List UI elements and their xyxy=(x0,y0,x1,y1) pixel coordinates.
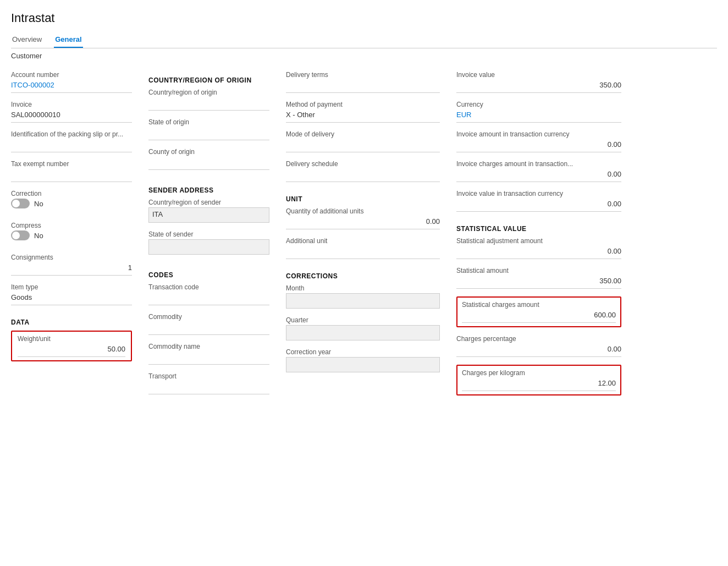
country-region-group: Country/region of origin xyxy=(148,89,269,111)
tab-overview[interactable]: Overview xyxy=(11,32,43,48)
qty-additional-label: Quantity of additional units xyxy=(286,207,440,215)
transaction-code-value[interactable] xyxy=(148,292,269,305)
country-region-header: COUNTRY/REGION OF ORIGIN xyxy=(148,76,269,84)
county-origin-value[interactable] xyxy=(148,157,269,170)
packing-slip-group: Identification of the packing slip or pr… xyxy=(11,130,132,152)
tab-general[interactable]: General xyxy=(54,32,82,48)
compress-toggle[interactable] xyxy=(11,230,30,240)
additional-unit-label: Additional unit xyxy=(286,237,440,245)
commodity-name-value[interactable] xyxy=(148,351,269,365)
payment-method-value: X - Other xyxy=(286,109,440,123)
delivery-mode-group: Mode of delivery xyxy=(286,130,440,152)
packing-slip-value[interactable] xyxy=(11,139,132,152)
delivery-terms-label: Delivery terms xyxy=(286,71,440,79)
charges-pct-group: Charges percentage 0.00 xyxy=(456,335,621,357)
quarter-label: Quarter xyxy=(286,316,440,324)
quarter-value[interactable] xyxy=(286,325,440,340)
page-title: Intrastat xyxy=(11,11,717,25)
stat-amount-group: Statistical amount 350.00 xyxy=(456,267,621,289)
delivery-mode-value[interactable] xyxy=(286,139,440,152)
consignments-label: Consignments xyxy=(11,254,132,261)
commodity-value[interactable] xyxy=(148,322,269,335)
codes-header: CODES xyxy=(148,271,269,279)
transport-label: Transport xyxy=(148,372,269,380)
commodity-name-label: Commodity name xyxy=(148,343,269,350)
invoice-amount-tc-value: 0.00 xyxy=(456,139,621,152)
invoice-charges-tc-group: Invoice charges amount in transaction...… xyxy=(456,160,621,182)
tax-exempt-label: Tax exempt number xyxy=(11,160,132,168)
quarter-group: Quarter xyxy=(286,316,440,340)
invoice-value-label: Invoice value xyxy=(456,71,621,79)
correction-value: No xyxy=(34,200,43,208)
correction-label: Correction xyxy=(11,190,132,197)
weight-unit-label: Weight/unit xyxy=(18,335,125,343)
correction-year-value[interactable] xyxy=(286,357,440,372)
compress-toggle-row: No xyxy=(11,230,132,240)
weight-unit-value[interactable]: 50.00 xyxy=(18,344,125,357)
charges-pct-value: 0.00 xyxy=(456,344,621,357)
qty-additional-value[interactable]: 0.00 xyxy=(286,216,440,229)
transport-group: Transport xyxy=(148,372,269,394)
tax-exempt-value[interactable] xyxy=(11,169,132,182)
sender-state-label: State of sender xyxy=(148,230,269,238)
delivery-schedule-group: Delivery schedule xyxy=(286,160,440,182)
item-type-label: Item type xyxy=(11,283,132,291)
month-label: Month xyxy=(286,284,440,292)
sender-state-value[interactable] xyxy=(148,239,269,255)
weight-unit-group: Weight/unit 50.00 xyxy=(11,331,132,361)
sender-country-group: Country/region of sender ITA xyxy=(148,199,269,223)
delivery-terms-value[interactable] xyxy=(286,80,440,93)
invoice-group: Invoice SAL000000010 xyxy=(11,101,132,123)
qty-additional-group: Quantity of additional units 0.00 xyxy=(286,207,440,229)
payment-method-group: Method of payment X - Other xyxy=(286,101,440,123)
commodity-name-group: Commodity name xyxy=(148,343,269,365)
unit-header: UNIT xyxy=(286,195,440,203)
stat-adjustment-group: Statistical adjustment amount 0.00 xyxy=(456,237,621,259)
main-content: Account number ITCO-000002 Invoice SAL00… xyxy=(11,71,717,403)
column-1: Account number ITCO-000002 Invoice SAL00… xyxy=(11,71,132,403)
month-value[interactable] xyxy=(286,293,440,309)
stat-charges-value: 600.00 xyxy=(462,310,616,323)
additional-unit-group: Additional unit xyxy=(286,237,440,259)
month-group: Month xyxy=(286,284,440,309)
currency-label: Currency xyxy=(456,101,621,108)
correction-year-group: Correction year xyxy=(286,348,440,372)
state-origin-group: State of origin xyxy=(148,118,269,140)
transport-value[interactable] xyxy=(148,381,269,394)
tax-exempt-group: Tax exempt number xyxy=(11,160,132,182)
currency-value[interactable]: EUR xyxy=(456,109,621,123)
item-type-group: Item type Goods xyxy=(11,283,132,305)
sender-country-value[interactable]: ITA xyxy=(148,207,269,223)
transaction-code-group: Transaction code xyxy=(148,283,269,305)
invoice-charges-tc-value: 0.00 xyxy=(456,169,621,182)
county-origin-label: County of origin xyxy=(148,148,269,156)
compress-label: Compress xyxy=(11,222,132,229)
column-2: COUNTRY/REGION OF ORIGIN Country/region … xyxy=(148,71,269,403)
charges-kg-value: 12.00 xyxy=(462,378,616,391)
country-region-value[interactable] xyxy=(148,97,269,111)
compress-group: Compress No xyxy=(11,222,132,246)
delivery-schedule-value[interactable] xyxy=(286,169,440,182)
invoice-value-value: 350.00 xyxy=(456,80,621,93)
additional-unit-value[interactable] xyxy=(286,246,440,259)
correction-toggle-row: No xyxy=(11,199,132,208)
nav-tabs: Overview General xyxy=(11,32,717,48)
stat-amount-label: Statistical amount xyxy=(456,267,621,274)
delivery-schedule-label: Delivery schedule xyxy=(286,160,440,168)
delivery-mode-label: Mode of delivery xyxy=(286,130,440,138)
stat-charges-label: Statistical charges amount xyxy=(462,301,616,309)
county-origin-group: County of origin xyxy=(148,148,269,170)
charges-kg-group: Charges per kilogram 12.00 xyxy=(456,365,621,395)
invoice-value-tc-label: Invoice value in transaction currency xyxy=(456,190,621,197)
statistical-value-header: STATISTICAL VALUE xyxy=(456,225,621,233)
invoice-amount-tc-group: Invoice amount in transaction currency 0… xyxy=(456,130,621,152)
commodity-group: Commodity xyxy=(148,313,269,335)
correction-year-label: Correction year xyxy=(286,348,440,356)
correction-toggle[interactable] xyxy=(11,199,30,208)
currency-group: Currency EUR xyxy=(456,101,621,123)
state-origin-value[interactable] xyxy=(148,127,269,140)
account-number-group: Account number ITCO-000002 xyxy=(11,71,132,93)
account-number-value[interactable]: ITCO-000002 xyxy=(11,80,132,93)
payment-method-label: Method of payment xyxy=(286,101,440,108)
sender-header: SENDER ADDRESS xyxy=(148,186,269,194)
